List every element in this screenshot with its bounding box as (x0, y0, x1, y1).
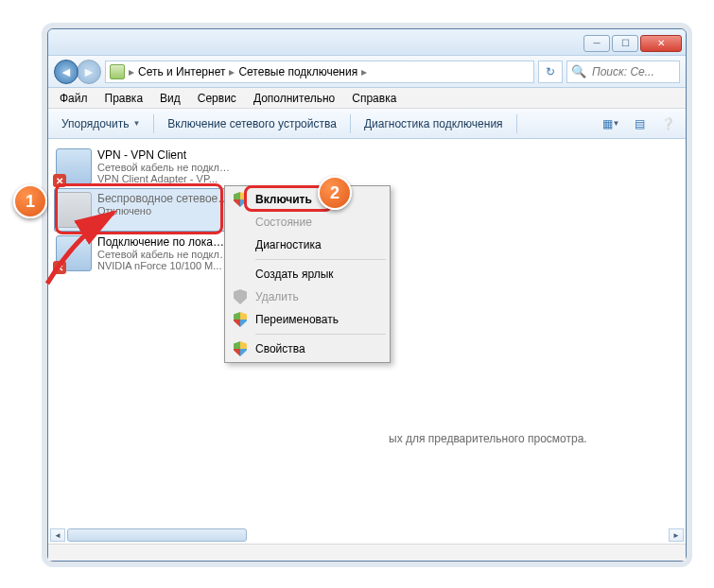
callout-1: 1 (13, 184, 47, 218)
maximize-button[interactable]: ☐ (612, 35, 638, 52)
context-status: Состояние (227, 211, 388, 233)
address-bar[interactable]: ▸ Сеть и Интернет ▸ Сетевые подключения … (105, 61, 534, 83)
connection-title: Беспроводное сетевое соединение (97, 192, 230, 205)
connection-icon: ✕ (56, 235, 92, 271)
location-icon (110, 64, 125, 79)
diagnose-button[interactable]: Диагностика подключения (357, 112, 511, 135)
context-menu: Включить Состояние Диагностика Создать я… (224, 185, 391, 363)
preview-placeholder: ых для предварительного просмотра. (389, 432, 587, 445)
callout-2: 2 (318, 176, 352, 210)
menu-advanced[interactable]: Дополнительно (246, 90, 342, 107)
command-toolbar: Упорядочить ▼ Включение сетевого устройс… (48, 109, 686, 139)
context-rename[interactable]: Переименовать (227, 308, 388, 331)
window-controls: ─ ☐ ✕ (582, 33, 686, 52)
error-badge-icon: ✕ (53, 174, 66, 187)
connection-status: Сетевой кабель не подключен (97, 162, 230, 173)
menu-edit[interactable]: Правка (97, 90, 151, 107)
connection-icon: ✕ (56, 148, 92, 184)
shield-icon (233, 289, 248, 304)
titlebar: ─ ☐ ✕ (48, 29, 686, 56)
menu-tools[interactable]: Сервис (190, 90, 244, 107)
menu-file[interactable]: Файл (52, 90, 96, 107)
connection-list: ✕ VPN - VPN Client Сетевой кабель не под… (48, 139, 237, 281)
refresh-button[interactable]: ↻ (538, 61, 563, 83)
shield-icon (233, 312, 248, 327)
breadcrumb-part[interactable]: Сетевые подключения (238, 65, 357, 78)
context-properties[interactable]: Свойства (227, 337, 388, 360)
breadcrumb-part[interactable]: Сеть и Интернет (138, 65, 225, 78)
back-button[interactable]: ◄ (54, 60, 78, 84)
connection-status: Отключено (97, 205, 230, 216)
shield-icon (233, 341, 248, 356)
context-delete: Удалить (227, 285, 388, 308)
error-badge-icon: ✕ (53, 261, 66, 274)
scroll-right-button[interactable]: ► (669, 528, 684, 542)
status-bar (48, 544, 686, 561)
context-enable[interactable]: Включить (227, 188, 388, 211)
connection-adapter: NVIDIA nForce 10/100 M... (97, 260, 230, 271)
context-shortcut[interactable]: Создать ярлык (227, 263, 388, 285)
connection-item-wireless[interactable]: Беспроводное сетевое соединение Отключен… (54, 188, 232, 232)
forward-button[interactable]: ► (77, 60, 101, 84)
scroll-thumb[interactable] (67, 528, 247, 542)
context-diagnose[interactable]: Диагностика (227, 233, 388, 256)
navigation-bar: ◄ ► ▸ Сеть и Интернет ▸ Сетевые подключе… (48, 56, 686, 88)
dropdown-icon: ▼ (132, 119, 140, 128)
connection-item-lan[interactable]: ✕ Подключение по локальной сети Сетевой … (54, 232, 232, 275)
view-options-button[interactable]: ▦ ▼ (599, 113, 623, 134)
scroll-left-button[interactable]: ◄ (50, 528, 65, 542)
menu-bar: Файл Правка Вид Сервис Дополнительно Спр… (48, 88, 686, 109)
shield-icon (233, 192, 248, 207)
connection-icon (56, 192, 92, 228)
help-button[interactable]: ❔ (655, 113, 680, 134)
connection-status: Сетевой кабель не подключен (97, 249, 230, 260)
organize-button[interactable]: Упорядочить ▼ (54, 112, 148, 135)
search-icon: 🔍 (571, 64, 586, 78)
search-box[interactable]: 🔍 (566, 61, 680, 83)
separator (516, 114, 517, 133)
menu-help[interactable]: Справка (344, 90, 404, 107)
separator (153, 114, 154, 133)
close-button[interactable]: ✕ (640, 35, 682, 52)
menu-view[interactable]: Вид (152, 90, 188, 107)
connection-item-vpn[interactable]: ✕ VPN - VPN Client Сетевой кабель не под… (54, 145, 232, 188)
enable-device-button[interactable]: Включение сетевого устройства (160, 112, 344, 135)
connection-title: VPN - VPN Client (97, 148, 230, 162)
connection-title: Подключение по локальной сети (97, 235, 230, 249)
connection-adapter: VPN Client Adapter - VP... (97, 173, 230, 184)
preview-pane-button[interactable]: ▤ (627, 113, 652, 134)
separator (255, 259, 386, 260)
search-input[interactable] (590, 64, 675, 79)
minimize-button[interactable]: ─ (583, 35, 610, 52)
separator (255, 334, 386, 335)
separator (350, 114, 351, 133)
